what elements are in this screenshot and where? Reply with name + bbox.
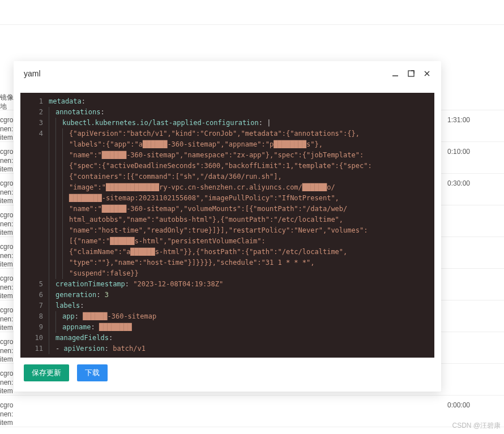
- bg-time: [447, 367, 504, 372]
- table-row: cgronen:item0:00:00: [0, 396, 504, 427]
- bg-time: 0:30:00: [447, 177, 504, 191]
- bg-time: 1:31:00: [447, 114, 504, 127]
- bg-time: 0:10:00: [447, 145, 504, 159]
- bg-cell: cgronen:item: [0, 399, 17, 430]
- bg-time: [447, 272, 504, 277]
- close-icon[interactable]: [423, 70, 431, 78]
- modal-header: yaml: [14, 61, 441, 86]
- bg-time: [447, 209, 504, 213]
- save-button[interactable]: 保存更新: [24, 364, 69, 381]
- expand-icon[interactable]: [407, 70, 415, 78]
- bg-time: [447, 304, 504, 308]
- code-editor[interactable]: 1234567891011 metadata:annotations:kubec…: [20, 93, 434, 358]
- watermark: CSDN @汪碧康: [452, 421, 501, 431]
- code-body[interactable]: metadata:annotations:kubectl.kubernetes.…: [49, 93, 434, 358]
- bg-time: [447, 336, 504, 340]
- line-gutter: 1234567891011: [20, 93, 49, 358]
- editor-container: 1234567891011 metadata:annotations:kubec…: [14, 86, 441, 364]
- modal-actions: 保存更新 下载: [14, 364, 441, 392]
- modal-title: yaml: [24, 69, 41, 78]
- download-button[interactable]: 下载: [77, 364, 108, 381]
- bg-time: [447, 240, 504, 245]
- svg-rect-1: [408, 71, 414, 76]
- page-divider: [0, 24, 504, 25]
- yaml-modal: yaml 1234567891011 metadata:annotations:…: [14, 61, 441, 392]
- minimize-icon[interactable]: [391, 70, 399, 78]
- bg-time: 0:00:00: [447, 399, 504, 412]
